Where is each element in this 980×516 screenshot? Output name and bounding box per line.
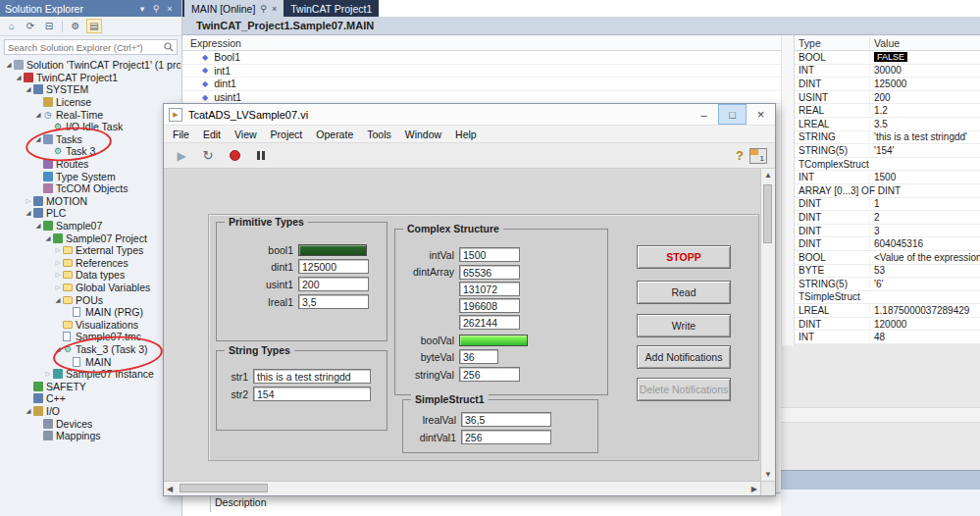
table-row[interactable]: BOOL<Value of the expression ca [795, 251, 980, 265]
vertical-scroll-thumb[interactable] [763, 184, 772, 243]
str2-field[interactable]: 154 [253, 387, 371, 401]
table-row[interactable]: LREAL3.5 [795, 118, 980, 131]
table-row[interactable]: DINT120000 [795, 318, 980, 332]
table-row[interactable]: LREAL1.1875000037289429 [795, 304, 980, 318]
tree-item-devices[interactable]: Devices [0, 417, 181, 430]
stringval-field[interactable]: 256 [459, 367, 520, 382]
table-row[interactable]: STRING(5)'154' [795, 144, 980, 158]
expanded-icon[interactable]: ◢ [53, 345, 63, 353]
tree-item-sample07-tmc[interactable]: Sample07.tmc [0, 331, 181, 343]
close-icon[interactable]: × [163, 4, 177, 14]
labview-titlebar[interactable]: ▶ TcatADS_LVSample07.vi – □ × [164, 104, 775, 126]
collapsed-icon[interactable]: ▷ [53, 246, 63, 254]
tree-item-i-o-idle-task[interactable]: ⚙I/O Idle Task [0, 121, 181, 133]
tree-item-solution-twincat-project1-1-project[interactable]: ◢Solution 'TwinCAT Project1' (1 project) [0, 59, 181, 72]
stopp-button[interactable]: STOPP [637, 245, 731, 269]
tree-item-sample07-project[interactable]: ◢Sample07 Project [0, 232, 181, 244]
table-row[interactable]: DINT604045316 [795, 237, 980, 251]
run-continuously-icon[interactable]: ↻ [198, 147, 218, 165]
table-row[interactable]: BOOLFALSE [795, 51, 980, 65]
table-row[interactable]: ARRAY [0...3] OF DINT [795, 184, 980, 198]
expanded-icon[interactable]: ◢ [43, 234, 53, 242]
table-row[interactable]: INT1500 [795, 171, 980, 184]
tree-item-plc[interactable]: ◢PLC [0, 207, 181, 220]
tree-item-license[interactable]: License [0, 96, 181, 109]
tree-item-references[interactable]: ▷References [0, 257, 181, 270]
expression-row-bool1[interactable]: ◆Bool1 [182, 51, 781, 65]
tab-twincat-project1[interactable]: TwinCAT Project1 [284, 0, 379, 17]
table-row[interactable]: DINT2 [795, 211, 980, 225]
tree-item-tccom-objects[interactable]: TcCOM Objects [0, 182, 181, 195]
scroll-left-icon[interactable]: ◀ [167, 485, 173, 493]
intval-field[interactable]: 1500 [459, 247, 520, 262]
collapsed-icon[interactable]: ▷ [53, 259, 63, 267]
scroll-right-icon[interactable]: ▶ [751, 485, 757, 493]
search-input[interactable] [8, 42, 164, 53]
table-row[interactable]: DINT125000 [795, 77, 980, 91]
bool1-led[interactable] [298, 244, 367, 256]
dintarray-field-0[interactable]: 65536 [459, 265, 520, 280]
expanded-icon[interactable]: ◢ [24, 209, 33, 217]
search-box[interactable] [4, 39, 178, 55]
vertical-scrollbar[interactable]: ▲ ▼ [760, 169, 775, 481]
home-icon[interactable]: ⌂ [4, 19, 20, 33]
table-row[interactable]: INT30000 [795, 65, 980, 78]
tree-item-routes[interactable]: Routes [0, 158, 181, 171]
scroll-up-icon[interactable]: ▲ [764, 171, 772, 180]
tree-item-mappings[interactable]: Mappings [0, 430, 181, 442]
tree-item-main-prg[interactable]: MAIN (PRG) [0, 306, 181, 319]
expanded-icon[interactable]: ◢ [24, 85, 33, 93]
dintarray-field-1[interactable]: 131072 [459, 282, 520, 296]
usint1-field[interactable]: 200 [298, 277, 369, 291]
menu-operate[interactable]: Operate [309, 129, 360, 140]
type-column-header[interactable]: Type [795, 37, 869, 49]
tree-item-i-o[interactable]: ◢I/O [0, 405, 181, 418]
tree-item-tasks[interactable]: ◢Tasks [0, 133, 181, 146]
menu-help[interactable]: Help [448, 129, 484, 140]
collapsed-icon[interactable]: ▷ [24, 197, 33, 205]
table-row[interactable]: TComplexStruct [795, 158, 980, 172]
tree-item-c[interactable]: C++ [0, 392, 181, 405]
help-icon[interactable]: ? [736, 148, 744, 163]
solution-explorer-titlebar[interactable]: Solution Explorer ▾ ⚲ × [0, 0, 181, 17]
pin-icon[interactable]: ⚲ [260, 4, 267, 14]
read-button[interactable]: Read [637, 281, 731, 304]
tree-item-type-system[interactable]: Type System [0, 170, 181, 182]
table-row[interactable]: STRING(5)'6' [795, 278, 980, 291]
table-row[interactable]: BYTE53 [795, 265, 980, 279]
menu-tools[interactable]: Tools [360, 129, 398, 140]
bottom-right-scrollbar[interactable] [781, 407, 980, 423]
pin-icon[interactable]: ⚲ [149, 4, 163, 14]
tree-item-pous[interactable]: ◢POUs [0, 293, 181, 306]
expanded-icon[interactable]: ◢ [33, 111, 43, 119]
table-row[interactable]: DINT1 [795, 198, 980, 212]
value-column-header[interactable]: Value [869, 37, 980, 49]
expanded-icon[interactable]: ◢ [14, 74, 24, 81]
abort-icon[interactable] [225, 147, 244, 165]
collapse-all-icon[interactable]: ⊟ [41, 19, 57, 33]
str1-field[interactable]: this is a test stringdd [253, 369, 371, 384]
menu-view[interactable]: View [228, 129, 264, 140]
tree-item-visualizations[interactable]: Visualizations [0, 318, 181, 331]
dintval1-field[interactable]: 256 [461, 430, 551, 444]
tree-item-task-3[interactable]: ⚙Task 3 [0, 145, 181, 158]
menu-project[interactable]: Project [264, 129, 310, 140]
chevron-down-icon[interactable]: ▾ [135, 4, 149, 14]
tree-item-sample07-instance[interactable]: ▷Sample07 Instance [0, 368, 181, 381]
properties-gear-icon[interactable]: ⚙ [68, 19, 83, 33]
refresh-icon[interactable]: ⟳ [23, 19, 38, 33]
table-row[interactable]: REAL1.2 [795, 104, 980, 118]
table-row[interactable]: STRING'this is a test stringdd' [795, 131, 980, 145]
add-notifications-button[interactable]: Add Notifications [637, 345, 731, 369]
collapsed-icon[interactable]: ▷ [53, 271, 63, 279]
byteval-field[interactable]: 36 [459, 349, 498, 364]
menu-window[interactable]: Window [398, 129, 448, 140]
tree-item-motion[interactable]: ▷MOTION [0, 195, 181, 208]
maximize-button[interactable]: □ [718, 104, 747, 125]
close-icon[interactable]: × [272, 4, 277, 14]
expression-column-header[interactable]: Expression [182, 35, 781, 51]
close-button[interactable]: × [747, 104, 775, 125]
tree-item-external-types[interactable]: ▷External Types [0, 244, 181, 257]
tree-item-system[interactable]: ◢SYSTEM [0, 83, 181, 96]
expanded-icon[interactable]: ◢ [4, 61, 14, 69]
